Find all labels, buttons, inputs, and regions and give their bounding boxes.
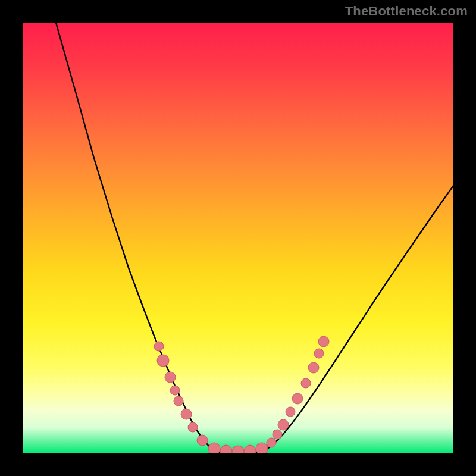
nodule-point	[208, 443, 220, 453]
nodule-point	[314, 349, 324, 358]
nodule-point	[292, 393, 303, 404]
nodule-point	[256, 443, 268, 453]
nodule-point	[273, 430, 282, 439]
watermark-text: TheBottleneck.com	[345, 4, 468, 19]
nodule-point	[220, 445, 232, 453]
nodule-point	[278, 419, 289, 430]
nodule-point	[267, 438, 276, 447]
nodule-point	[244, 445, 256, 453]
curve-path	[56, 23, 453, 453]
nodule-point	[154, 342, 164, 351]
nodule-point	[308, 362, 319, 373]
nodule-point	[232, 446, 244, 453]
bottleneck-curve	[56, 23, 453, 453]
chart-svg	[23, 23, 453, 453]
nodule-point	[174, 396, 183, 406]
nodule-point	[188, 422, 198, 432]
nodule-cluster	[154, 336, 329, 453]
nodule-point	[170, 386, 180, 395]
plot-area	[23, 23, 453, 453]
nodule-point	[181, 409, 192, 419]
nodule-point	[301, 378, 311, 388]
outer-frame: TheBottleneck.com	[0, 0, 476, 476]
nodule-point	[286, 407, 295, 416]
nodule-point	[157, 355, 169, 367]
nodule-point	[165, 372, 176, 383]
nodule-point	[197, 435, 208, 446]
nodule-point	[318, 336, 329, 347]
